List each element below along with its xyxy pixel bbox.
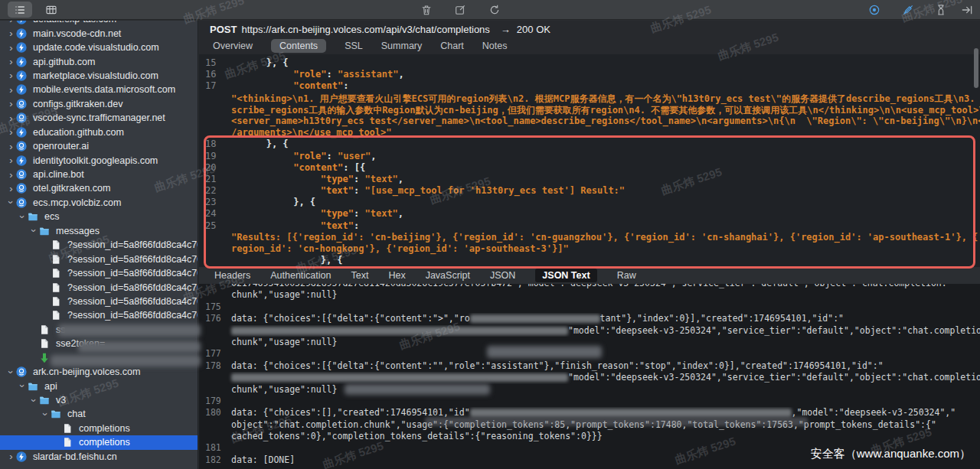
response-body-viewer[interactable]: 021746954100529828957d27e811420da3026c19… xyxy=(199,284,980,469)
chevron-icon[interactable]: › xyxy=(6,451,16,461)
globe-icon xyxy=(16,183,29,194)
sidebar-item[interactable]: ›identitytoolkit.googleapis.com xyxy=(0,153,198,167)
chevron-icon[interactable]: › xyxy=(6,28,16,38)
chevron-icon[interactable]: › xyxy=(6,113,16,123)
chevron-icon[interactable]: › xyxy=(6,184,16,194)
sidebar-item[interactable]: ›slardar-bd.feishu.cn xyxy=(0,450,198,464)
chevron-icon[interactable]: › xyxy=(6,99,16,109)
sidebar-item-label: education.github.com xyxy=(33,127,124,138)
tab-javascript[interactable]: JavaScript xyxy=(426,270,470,281)
record-icon[interactable] xyxy=(866,2,883,18)
skip-end-icon[interactable] xyxy=(959,2,975,18)
sidebar-item[interactable]: ›mobile.events.data.microsoft.com xyxy=(0,83,198,96)
code-line: 20"content": [{ xyxy=(199,162,980,174)
code-line: 21"type": "text", xyxy=(199,174,980,185)
sidebar-item[interactable]: ›openrouter.ai xyxy=(0,139,198,153)
sidebar-item-label: main.vscode-cdn.net xyxy=(33,28,121,39)
tab-chart[interactable]: Chart xyxy=(440,41,464,51)
chevron-icon[interactable]: › xyxy=(6,127,16,137)
code-line: 22"text": "[use_mcp_tool for 'h13t0ry_ec… xyxy=(199,185,980,197)
bolt-icon xyxy=(16,155,29,166)
tab-authentication[interactable]: Authentication xyxy=(270,270,331,281)
chevron-icon[interactable]: › xyxy=(18,381,28,391)
globe-icon xyxy=(16,112,29,123)
sidebar-item[interactable]: ›education.github.com xyxy=(0,125,198,139)
line-number: 178 xyxy=(199,360,228,372)
tab-notes[interactable]: Notes xyxy=(482,41,508,51)
refresh-icon[interactable] xyxy=(486,2,503,18)
sidebar-item[interactable]: ›chat xyxy=(0,407,198,421)
chevron-icon[interactable]: › xyxy=(6,142,16,151)
chevron-icon[interactable]: › xyxy=(6,367,16,377)
tab-json-text[interactable]: JSON Text xyxy=(535,269,596,282)
sidebar-item-label: ecs.mcp.volcbiz.com xyxy=(33,197,121,208)
sidebar-item[interactable]: ›update.code.visualstudio.com xyxy=(0,41,198,54)
sidebar-item[interactable]: completions xyxy=(0,435,198,449)
sidebar-item[interactable]: ?session_id=5a8f66fdd8ca4c70aa2 xyxy=(0,280,198,294)
sidebar-item[interactable]: ›ecs.mcp.volcbiz.com xyxy=(0,196,198,210)
sidebar-item[interactable]: ›main.vscode-cdn.net xyxy=(0,26,198,40)
sidebar-item-label: ?session_id=5a8f66fdd8ca4c70aa2 xyxy=(67,310,198,321)
chevron-icon[interactable]: › xyxy=(6,21,16,24)
sidebar-item[interactable]: ›v3 xyxy=(0,393,198,407)
sidebar-item[interactable]: completions xyxy=(0,422,198,435)
sidebar-item[interactable]: ›api xyxy=(0,379,198,392)
line-number xyxy=(199,232,228,243)
sidebar-item[interactable]: ?session_id=5a8f66fdd8ca4c70aa2 xyxy=(0,295,198,308)
sidebar-item[interactable]: ›configs.gitkraken.dev xyxy=(0,97,198,111)
globe-icon xyxy=(16,141,29,151)
tab-hex[interactable]: Hex xyxy=(388,270,405,281)
sidebar-item[interactable]: ›messages xyxy=(0,224,198,238)
code-line: region_id': 'cn-hongkong'}, {'region_id'… xyxy=(199,243,980,255)
chevron-icon[interactable]: › xyxy=(6,155,16,165)
code-line: <server_name>h13t0ry_ecs test</server_na… xyxy=(199,116,980,127)
sidebar-item[interactable]: ›ark.cn-beijing.volces.com xyxy=(0,365,198,379)
request-body-viewer[interactable]: 15}, {16"role": "assistant",17"content":… xyxy=(199,54,980,267)
tab-overview[interactable]: Overview xyxy=(213,41,253,51)
tab-json[interactable]: JSON xyxy=(490,270,515,281)
scrollbar-thumb[interactable] xyxy=(974,48,978,88)
trash-icon[interactable] xyxy=(418,2,435,18)
sidebar-item-label: slardar-bd.feishu.cn xyxy=(33,451,117,462)
code-line: 18}, { xyxy=(199,138,980,150)
folder-icon xyxy=(39,395,52,405)
redaction-blur xyxy=(345,384,490,395)
folder-icon xyxy=(28,381,41,392)
sidebar-item[interactable]: ?session_id=5a8f66fdd8ca4c70aa2 xyxy=(0,238,198,252)
sidebar-item[interactable]: ›vscode-sync.trafficmanager.net xyxy=(0,111,198,125)
sidebar-item[interactable]: ›api.github.com xyxy=(0,54,198,68)
sidebar-item[interactable]: ?session_id=5a8f66fdd8ca4c70aa2 xyxy=(0,252,198,265)
sidebar-item[interactable]: ›api.cline.bot xyxy=(0,168,198,181)
chevron-icon[interactable]: › xyxy=(6,70,16,80)
chevron-icon[interactable]: › xyxy=(6,57,16,67)
tab-headers[interactable]: Headers xyxy=(214,270,250,281)
sidebar-item[interactable]: ?session_id=5a8f66fdd8ca4c70aa2 xyxy=(0,266,198,280)
chevron-icon[interactable]: › xyxy=(6,43,16,53)
chevron-icon[interactable]: › xyxy=(29,396,39,405)
sidebar-item[interactable]: ›default.exp-tas.com xyxy=(0,21,198,26)
sidebar-item[interactable]: ›otel.gitkraken.com xyxy=(0,181,198,195)
tab-summary[interactable]: Summary xyxy=(381,41,422,51)
no-edit-icon[interactable] xyxy=(900,2,916,18)
code-line: "model":"deepseek-v3-250324","service_ti… xyxy=(199,325,980,337)
sidebar-item[interactable]: ?session_id=5a8f66fdd8ca4c70aa2 xyxy=(0,308,198,322)
chevron-icon[interactable]: › xyxy=(41,409,51,419)
chevron-icon[interactable]: › xyxy=(6,85,16,95)
line-number xyxy=(199,325,228,337)
code-line: 15}, { xyxy=(199,57,980,69)
chevron-icon[interactable]: › xyxy=(6,197,16,207)
tab-raw[interactable]: Raw xyxy=(617,270,636,281)
list-view-icon[interactable] xyxy=(8,2,32,18)
tab-text[interactable]: Text xyxy=(351,270,368,281)
sidebar-item[interactable]: ›ecs xyxy=(0,210,198,223)
chevron-icon[interactable]: › xyxy=(6,170,16,180)
hourglass-icon[interactable] xyxy=(933,2,949,18)
tab-contents[interactable]: Contents xyxy=(271,39,326,53)
response-body-lines: 021746954100529828957d27e811420da3026c19… xyxy=(199,284,980,466)
sidebar-item[interactable]: ›marketplace.visualstudio.com xyxy=(0,69,198,83)
tab-ssl[interactable]: SSL xyxy=(345,41,363,51)
table-view-icon[interactable] xyxy=(43,2,60,18)
chevron-icon[interactable]: › xyxy=(18,212,28,222)
compose-icon[interactable] xyxy=(452,2,469,18)
chevron-icon[interactable]: › xyxy=(29,226,39,236)
